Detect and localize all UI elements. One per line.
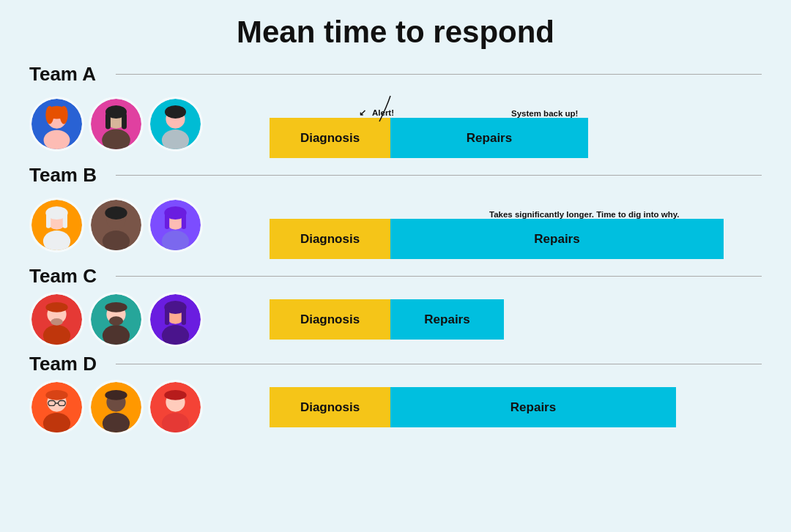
avatar-team-d-1 xyxy=(89,380,144,435)
page-title: Mean time to respond xyxy=(29,15,762,50)
bars-team-c: DiagnosisRepairs xyxy=(270,299,762,340)
avatars-team-b xyxy=(29,198,249,252)
svg-point-4 xyxy=(45,106,53,124)
avatars-team-d xyxy=(29,380,249,435)
bar-area-team-b: Takes significantly longer. Time to dig … xyxy=(270,191,762,259)
bars-team-d: DiagnosisRepairs xyxy=(270,387,762,427)
repairs-bar-team-d: Repairs xyxy=(390,387,676,427)
team-header-team-b: Team B xyxy=(29,164,762,187)
svg-point-36 xyxy=(51,318,63,326)
diagnosis-bar-team-c: Diagnosis xyxy=(270,299,390,340)
team-header-team-a: Team A xyxy=(29,63,762,86)
avatar-team-b-0 xyxy=(29,198,84,252)
annotation-area-team-a: ↙ Alert!System back up! xyxy=(270,90,762,118)
avatars-team-a xyxy=(29,97,249,151)
svg-point-5 xyxy=(60,106,68,124)
repairs-bar-team-c: Repairs xyxy=(390,299,504,340)
team-divider-team-c xyxy=(116,276,762,277)
team-divider-team-b xyxy=(116,175,762,176)
team-divider-team-d xyxy=(116,364,762,365)
svg-point-51 xyxy=(45,390,67,400)
svg-rect-46 xyxy=(165,307,169,325)
diagnosis-bar-team-a: Diagnosis xyxy=(270,118,390,158)
bars-team-b: DiagnosisRepairs xyxy=(270,219,762,259)
teams-container: Team A ↙ Alert!System back up!DiagnosisR… xyxy=(29,63,762,435)
page: Mean time to respond Team A ↙ Alert!Syst… xyxy=(0,0,791,532)
annotation2-team-b: Takes significantly longer. Time to dig … xyxy=(489,210,679,219)
avatar-team-a-0 xyxy=(29,97,84,151)
avatar-team-a-2 xyxy=(148,97,203,151)
diagnosis-bar-team-d: Diagnosis xyxy=(270,387,390,427)
avatar-team-c-0 xyxy=(29,292,84,347)
team-section-team-b: Team B Takes significantly longer. Time … xyxy=(29,164,762,259)
svg-rect-30 xyxy=(165,214,169,229)
annotation2-team-a: System back up! xyxy=(511,109,578,118)
svg-rect-10 xyxy=(105,113,111,129)
bar-area-team-a: ↙ Alert!System back up!DiagnosisRepairs xyxy=(270,90,762,158)
repairs-bar-team-a: Repairs xyxy=(390,118,588,158)
avatars-team-c xyxy=(29,292,249,347)
avatar-team-b-1 xyxy=(89,198,144,252)
svg-rect-21 xyxy=(63,214,67,228)
avatar-team-d-2 xyxy=(148,380,203,435)
avatar-team-b-2 xyxy=(148,198,203,252)
team-divider-team-a xyxy=(116,74,762,75)
bar-area-team-d: DiagnosisRepairs xyxy=(270,387,762,427)
svg-point-58 xyxy=(105,390,127,400)
team-content-team-d: DiagnosisRepairs xyxy=(29,380,762,435)
bars-team-a: DiagnosisRepairs xyxy=(270,118,762,158)
avatar-team-c-2 xyxy=(148,292,203,347)
repairs-bar-team-b: Repairs xyxy=(390,219,724,259)
avatar-team-c-1 xyxy=(89,292,144,347)
team-label-team-b: Team B xyxy=(29,164,110,187)
bar-area-team-c: DiagnosisRepairs xyxy=(270,299,762,340)
svg-point-25 xyxy=(105,206,127,220)
team-section-team-d: Team D DiagnosisRepairs xyxy=(29,353,762,435)
annotation1-arrow-team-a xyxy=(379,96,401,121)
svg-rect-31 xyxy=(182,214,186,229)
team-label-team-d: Team D xyxy=(29,353,110,375)
svg-rect-20 xyxy=(46,214,51,228)
annotation-area-team-b: Takes significantly longer. Time to dig … xyxy=(270,191,762,219)
svg-point-15 xyxy=(165,105,186,119)
avatar-team-a-1 xyxy=(89,97,144,151)
avatar-team-d-0 xyxy=(29,380,84,435)
team-content-team-a: ↙ Alert!System back up!DiagnosisRepairs xyxy=(29,90,762,158)
team-content-team-c: DiagnosisRepairs xyxy=(29,292,762,347)
team-label-team-a: Team A xyxy=(29,63,110,86)
diagnosis-bar-team-b: Diagnosis xyxy=(270,219,390,259)
team-content-team-b: Takes significantly longer. Time to dig … xyxy=(29,191,762,259)
team-header-team-d: Team D xyxy=(29,353,762,375)
svg-point-41 xyxy=(109,316,123,325)
team-section-team-a: Team A ↙ Alert!System back up!DiagnosisR… xyxy=(29,63,762,158)
svg-rect-11 xyxy=(122,113,127,129)
svg-rect-47 xyxy=(182,307,186,325)
svg-point-35 xyxy=(45,302,67,312)
svg-point-62 xyxy=(164,390,186,400)
team-label-team-c: Team C xyxy=(29,265,110,288)
team-header-team-c: Team C xyxy=(29,265,762,288)
svg-point-40 xyxy=(105,302,127,312)
team-section-team-c: Team C DiagnosisRepairs xyxy=(29,265,762,347)
